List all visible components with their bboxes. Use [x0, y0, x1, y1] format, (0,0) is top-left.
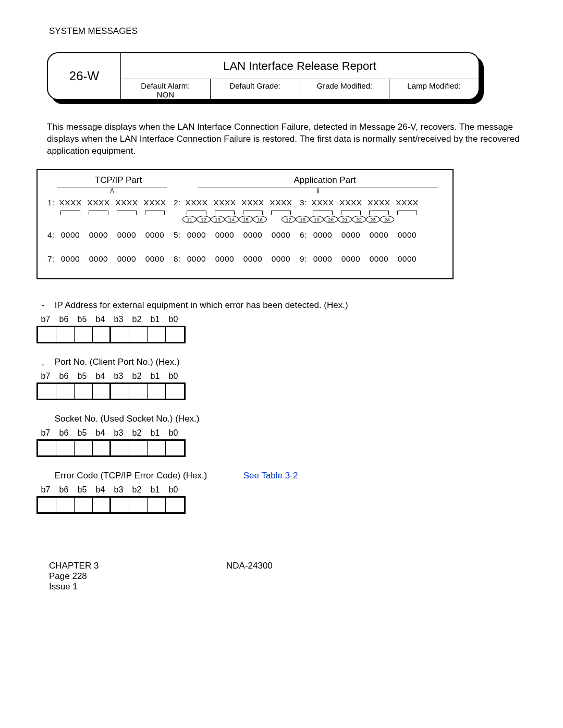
footer-docnum: NDA-24300 [226, 561, 273, 592]
field-error-code: Error Code (TCP/IP Error Code) (Hex.) Se… [36, 471, 532, 514]
hdr-default-alarm: Default Alarm: NON [121, 79, 211, 99]
hdr-lamp-modified: Lamp Modified: [389, 79, 479, 99]
brace-icon [198, 188, 438, 195]
circled-number-icon: 18 [296, 216, 310, 223]
field-label: Socket No. (Used Socket No.) (Hex.) [55, 414, 200, 424]
circled-number-icon: 11 [182, 216, 197, 223]
circled-numbers: 1112131415161718192021222324 [182, 216, 447, 223]
hdr-grade-modified: Grade Modified: [300, 79, 390, 99]
description-paragraph: This message displays when the LAN Inter… [47, 121, 532, 157]
circled-number-icon: 12 [197, 216, 211, 223]
data-block: TCP/IP Part Application Part 1: XXXX XXX… [36, 169, 454, 279]
page-footer: CHAPTER 3 Page 228 Issue 1 NDA-24300 [49, 561, 532, 592]
message-code: 26-W [48, 53, 121, 99]
field-label: IP Address for external equipment in whi… [55, 300, 348, 310]
bit-box [36, 326, 186, 343]
field-socket-no: Socket No. (Used Socket No.) (Hex.) b7b6… [36, 414, 532, 457]
circled-number-icon: 15 [239, 216, 253, 223]
circled-number-icon: 23 [366, 216, 380, 223]
circled-number-icon: 14 [225, 216, 239, 223]
hdr-cell-label: Default Alarm: [141, 81, 190, 90]
circled-number-icon: 17 [282, 216, 296, 223]
circled-number-icon: 20 [324, 216, 338, 223]
section-heading: SYSTEM MESSAGES [49, 26, 532, 36]
field-ip-address: - IP Address for external equipment in w… [36, 300, 532, 343]
message-header-box: 26-W LAN Interface Release Report Defaul… [47, 52, 532, 107]
hdr-cell-value: NON [157, 90, 174, 99]
circled-number-icon: 16 [253, 216, 267, 223]
footer-issue: Issue 1 [49, 582, 226, 592]
message-title: LAN Interface Release Report [121, 53, 479, 79]
data-row: 4: 0000000000000000 5: 0000000000000000 … [43, 230, 447, 240]
bit-box [36, 439, 186, 457]
part-label-tcpip: TCP/IP Part [58, 175, 178, 186]
footer-chapter: CHAPTER 3 [49, 561, 226, 571]
field-label: Port No. (Client Port No.) (Hex.) [55, 357, 180, 367]
bit-header: b7b6b5b4b3b2b1b0 [36, 372, 532, 381]
part-label-application: Application Part [202, 175, 447, 186]
circled-number-icon: 22 [352, 216, 366, 223]
circled-number-icon: 21 [338, 216, 352, 223]
bit-header: b7b6b5b4b3b2b1b0 [36, 315, 532, 324]
see-table-link[interactable]: See Table 3-2 [243, 471, 298, 480]
data-row: 1: XXXX XXXX XXXX XXXX 2: XXXX XXXX XXXX… [43, 198, 447, 207]
bit-box [36, 496, 186, 514]
circled-number-icon: 24 [380, 216, 394, 223]
bit-header: b7b6b5b4b3b2b1b0 [36, 485, 532, 495]
circled-number-icon: 13 [211, 216, 225, 223]
field-label: Error Code (TCP/IP Error Code) (Hex.) [55, 471, 207, 480]
hdr-default-grade: Default Grade: [211, 79, 300, 99]
footer-page: Page 228 [49, 571, 226, 582]
brace-row [43, 209, 447, 215]
circled-number-icon: 19 [310, 216, 324, 223]
field-port-no: , Port No. (Client Port No.) (Hex.) b7b6… [36, 357, 532, 400]
brace-icon [57, 188, 167, 195]
data-row: 7: 0000000000000000 8: 0000000000000000 … [43, 254, 447, 264]
bit-box [36, 382, 186, 400]
bit-header: b7b6b5b4b3b2b1b0 [36, 428, 532, 438]
